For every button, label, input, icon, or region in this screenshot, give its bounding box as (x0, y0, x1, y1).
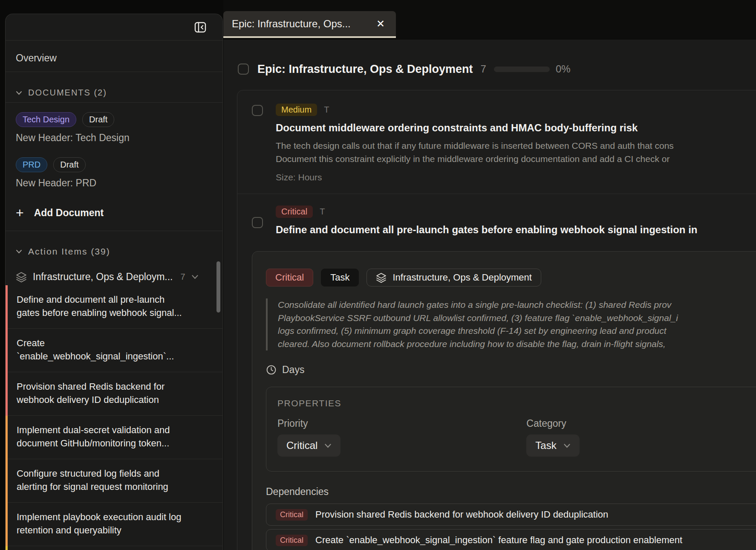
doc-type-badge: PRD (16, 157, 47, 172)
tab-bar: Epic: Infrastructure, Ops... ✕ (223, 0, 756, 40)
plus-icon: + (16, 206, 24, 220)
priority-label: Priority (277, 418, 340, 429)
sidebar-scrollbar-thumb[interactable] (216, 261, 220, 313)
task-row-critical: Critical T Define and document all pre-l… (237, 194, 756, 550)
task-type-letter: T (320, 207, 325, 217)
detail-badges: Critical Task Infrastructure, Ops & Depl… (266, 269, 756, 287)
group-label: Infrastructure, Ops & Deploym... (33, 271, 173, 283)
epic-progress-bar (494, 67, 550, 72)
doc-status-badge: Draft (53, 157, 85, 172)
epic-count: 7 (481, 63, 486, 75)
chevron-down-icon (191, 275, 199, 279)
priority-badge: Critical (276, 206, 313, 218)
chevron-down-icon (324, 443, 332, 448)
layers-icon (16, 272, 27, 283)
epic-checkbox[interactable] (238, 64, 249, 75)
chevron-down-icon (16, 249, 22, 254)
priority-dropdown[interactable]: Critical (277, 434, 340, 457)
task-detail-description: Consolidate all identified hard launch g… (266, 298, 756, 350)
list-item[interactable]: Create `enable_webhook_signal_ingestion`… (6, 329, 222, 372)
dependency-row[interactable]: Critical Provision shared Redis backend … (266, 504, 756, 526)
category-dropdown[interactable]: Task (526, 434, 579, 457)
sidebar-header (6, 14, 222, 41)
chevron-down-icon (563, 443, 571, 448)
group-count: 7 (181, 272, 185, 282)
sidebar: Overview DOCUMENTS (2) Tech Design Draft… (5, 14, 223, 550)
chevron-down-icon (16, 91, 22, 95)
document-title: New Header: Tech Design (16, 132, 212, 144)
document-item-tech-design[interactable]: Tech Design Draft New Header: Tech Desig… (16, 112, 212, 144)
priority-dropdown-value: Critical (286, 440, 317, 452)
group-row-infrastructure[interactable]: Infrastructure, Ops & Deploym... 7 (6, 261, 222, 285)
priority-stripe (6, 459, 8, 503)
detail-category-badge: Task (321, 269, 359, 287)
sidebar-item-overview[interactable]: Overview (6, 41, 222, 72)
dependencies-heading: Dependencies (266, 486, 756, 498)
priority-stripe (6, 329, 8, 372)
document-item-prd[interactable]: PRD Draft New Header: PRD (16, 157, 212, 189)
epic-progress-percent: 0% (556, 63, 571, 75)
list-item[interactable]: Provision shared Redis backend for webho… (6, 372, 222, 416)
priority-stripe (6, 503, 8, 546)
task-checkbox[interactable] (252, 105, 263, 116)
task-checkbox[interactable] (252, 217, 263, 228)
documents-section-header[interactable]: DOCUMENTS (2) (6, 72, 222, 103)
layers-icon (376, 272, 387, 283)
priority-stripe (6, 416, 8, 459)
priority-stripe (6, 285, 8, 329)
category-label: Category (526, 418, 579, 429)
detail-group-label: Infrastructure, Ops & Deployment (392, 272, 531, 283)
priority-stripe (6, 372, 8, 416)
documents-header-label: DOCUMENTS (2) (28, 88, 107, 98)
document-title: New Header: PRD (16, 177, 212, 189)
add-document-label: Add Document (34, 207, 104, 219)
task-row-medium[interactable]: Medium T Document middleware ordering co… (237, 90, 756, 194)
doc-type-badge: Tech Design (16, 112, 76, 127)
priority-badge: Medium (276, 104, 317, 116)
dependency-title: Create `enable_webhook_signal_ingestion`… (315, 535, 682, 546)
dependency-title: Provision shared Redis backend for webho… (315, 509, 608, 520)
collapse-sidebar-icon[interactable] (193, 20, 207, 34)
documents-list: Tech Design Draft New Header: Tech Desig… (6, 103, 222, 231)
task-size-label: Size: Hours (276, 172, 756, 182)
overview-label: Overview (16, 52, 212, 64)
list-item[interactable]: Configure structured log fields and aler… (6, 459, 222, 503)
doc-status-badge: Draft (82, 112, 114, 127)
list-item[interactable]: Define and document all pre-launch gates… (6, 285, 222, 329)
task-title: Document middleware ordering constraints… (276, 122, 756, 134)
dependency-priority-badge: Critical (276, 509, 308, 521)
main-content: Epic: Infrastructure, Ops & Deployment 7… (223, 40, 756, 550)
action-item-list: Define and document all pre-launch gates… (6, 285, 222, 550)
action-items-section-header[interactable]: Action Items (39) (6, 231, 222, 261)
tab-title: Epic: Infrastructure, Ops... (232, 18, 369, 30)
task-title: Define and document all pre-launch gates… (276, 224, 756, 236)
dependency-row[interactable]: Critical Create `enable_webhook_signal_i… (266, 529, 756, 550)
task-type-letter: T (324, 105, 329, 115)
dependency-priority-badge: Critical (276, 535, 308, 546)
epic-title: Epic: Infrastructure, Ops & Deployment (257, 63, 473, 76)
clock-icon (266, 365, 277, 375)
duration-label: Days (282, 364, 304, 376)
task-row-critical-header[interactable]: Critical T Define and document all pre-l… (237, 205, 756, 236)
task-detail-panel: Critical Task Infrastructure, Ops & Depl… (252, 251, 756, 550)
close-icon[interactable]: ✕ (376, 19, 385, 29)
tab-epic[interactable]: Epic: Infrastructure, Ops... ✕ (223, 11, 396, 38)
list-item[interactable]: Implement playbook execution audit log r… (6, 503, 222, 546)
add-document-button[interactable]: + Add Document (16, 206, 212, 220)
task-description: The tech design calls out that if any fu… (276, 139, 756, 165)
properties-box: PROPERTIES Priority Critical (266, 387, 756, 472)
epic-header: Epic: Infrastructure, Ops & Deployment 7… (238, 62, 756, 76)
task-list-card: Medium T Document middleware ordering co… (237, 90, 756, 550)
detail-priority-badge: Critical (266, 269, 313, 287)
duration-row: Days (266, 364, 756, 376)
priority-stripe (6, 546, 8, 550)
detail-group-badge: Infrastructure, Ops & Deployment (366, 269, 541, 287)
action-items-header-label: Action Items (39) (28, 246, 110, 257)
properties-heading: PROPERTIES (277, 398, 756, 408)
category-dropdown-value: Task (535, 440, 556, 452)
list-item[interactable]: Implement dual-secret validation and doc… (6, 416, 222, 459)
list-item[interactable] (6, 546, 222, 550)
